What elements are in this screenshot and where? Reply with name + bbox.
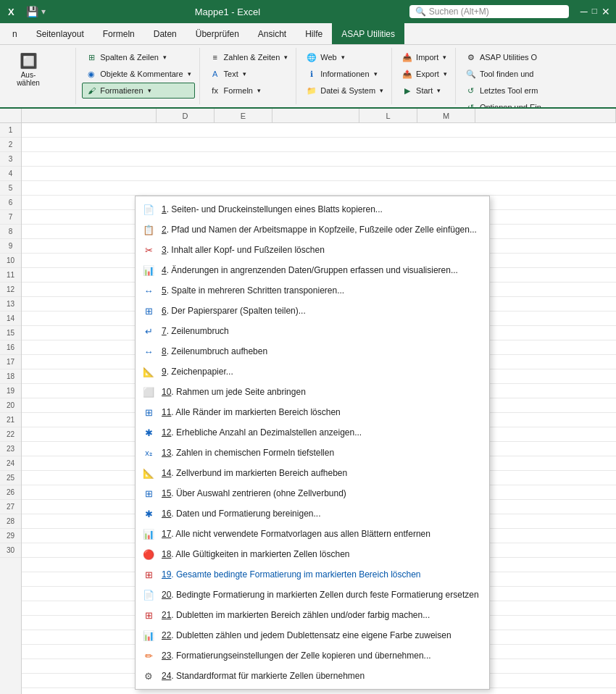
menu-item-18[interactable]: 🔴 18. Alle Gültigkeiten in markierten Ze… xyxy=(136,544,489,564)
tab-daten[interactable]: Daten xyxy=(144,22,186,44)
formeln-button[interactable]: fx Formeln ▾ xyxy=(206,83,292,99)
menu-item-19[interactable]: ⊞ 19. Gesamte bedingte Formatierung im m… xyxy=(136,564,489,585)
menu-text-20: 20. Bedingte Formatierung in markierten … xyxy=(162,590,483,600)
close-icon[interactable]: ✕ xyxy=(602,6,610,17)
menu-icon-20: 📄 xyxy=(141,588,156,602)
menu-item-15[interactable]: ⊞ 15. Über Auswahl zentrieren (ohne Zell… xyxy=(136,483,489,503)
col-header-mid xyxy=(272,109,359,122)
col-header-d: D xyxy=(157,109,215,122)
menu-item-14[interactable]: 📐 14. Zellverbund im markierten Bereich … xyxy=(136,463,489,483)
menu-item-13[interactable]: x₂ 13. Zahlen in chemischen Formeln tief… xyxy=(136,443,489,463)
zahlen-zeiten-button[interactable]: ≡ Zahlen & Zeiten ▾ xyxy=(206,49,292,65)
menu-item-23[interactable]: ✏ 23. Formatierungseinstellungen der Zel… xyxy=(136,645,489,666)
menu-item-8[interactable]: ↔ 8. Zeilenumbruch aufheben xyxy=(136,341,489,361)
menu-icon-1: 📄 xyxy=(141,202,156,217)
menu-item-24[interactable]: ⚙ 24. Standardformat für markierte Zelle… xyxy=(136,666,489,686)
col-header-left xyxy=(22,109,157,122)
menu-text-8: 8. Zeilenumbruch aufheben xyxy=(162,346,483,356)
menu-item-21[interactable]: ⊞ 21. Dubletten im markierten Bereich zä… xyxy=(136,605,489,625)
search-placeholder: Suchen (Alt+M) xyxy=(429,7,489,17)
informationen-button[interactable]: ℹ Informationen ▾ xyxy=(302,66,387,82)
spalten-zeilen-button[interactable]: ⊞ Spalten & Zeilen ▾ xyxy=(82,49,194,65)
minimize-icon[interactable]: ─ xyxy=(580,6,588,17)
ribbon-group-auswahlen: 🔲 Aus-wählen ⊞ Blätter ▾ ⊡ Bereich ▾ ⬇ A… xyxy=(4,48,76,104)
row-numbers: 1 2 3 4 5 6 7 8 9 10 11 12 13 14 15 16 1… xyxy=(0,123,22,694)
text-button[interactable]: A Text ▾ xyxy=(206,66,292,82)
objekte-icon: ◉ xyxy=(86,68,97,80)
col-header-e: E xyxy=(215,109,272,122)
menu-text-12: 12. Erhebliche Anzahl an Dezimalstellen … xyxy=(162,427,483,438)
optionen-button[interactable]: ↺ Optionen und Ein xyxy=(462,99,545,109)
menu-text-4: 4. Änderungen in angrenzenden Daten/Grup… xyxy=(162,265,483,275)
menu-icon-10: ⬜ xyxy=(141,385,156,399)
menu-item-3[interactable]: ✂ 3. Inhalt aller Kopf- und Fußzeilen lö… xyxy=(136,240,489,260)
web-button[interactable]: 🌐 Web ▾ xyxy=(302,49,387,65)
datei-icon: 📁 xyxy=(306,85,317,96)
col-header-l: L xyxy=(359,109,417,122)
datei-system-button[interactable]: 📁 Datei & System ▾ xyxy=(302,83,387,99)
menu-text-18: 18. Alle Gültigkeiten in markierten Zell… xyxy=(162,549,483,559)
menu-text-14: 14. Zellverbund im markierten Bereich au… xyxy=(162,468,483,478)
asap-icon: ⚙ xyxy=(465,51,477,63)
auswahlen-button[interactable]: 🔲 Aus-wählen xyxy=(9,49,48,90)
menu-item-17[interactable]: 📊 17. Alle nicht verwendete Formatvorlag… xyxy=(136,524,489,544)
ribbon-group-format: ⊞ Spalten & Zeilen ▾ ◉ Objekte & Komment… xyxy=(78,48,199,104)
tool-finden-button[interactable]: 🔍 Tool finden und xyxy=(462,66,545,82)
menu-icon-19: ⊞ xyxy=(141,567,156,582)
tab-asap[interactable]: ASAP Utilities xyxy=(332,22,404,44)
menu-item-5[interactable]: ↔ 5. Spalte in mehreren Schritten transp… xyxy=(136,280,489,301)
menu-text-2: 2. Pfad und Namen der Arbeitsmappe in Ko… xyxy=(162,225,483,235)
import-button[interactable]: 📥 Import ▾ xyxy=(398,49,451,65)
col-header-rest xyxy=(475,109,616,122)
svg-text:X: X xyxy=(8,7,14,17)
menu-icon-16: ✱ xyxy=(141,506,156,521)
ribbon-group-zahlen: ≡ Zahlen & Zeiten ▾ A Text ▾ fx Formeln … xyxy=(201,48,297,104)
menu-icon-5: ↔ xyxy=(141,283,156,298)
tab-seitenlayout[interactable]: Seitenlayout xyxy=(27,22,93,44)
column-headers: D E L M xyxy=(0,109,616,123)
menu-text-3: 3. Inhalt aller Kopf- und Fußzeilen lösc… xyxy=(162,245,483,255)
menu-icon-11: ⊞ xyxy=(141,405,156,419)
search-icon: 🔍 xyxy=(415,7,426,17)
search-box[interactable]: 🔍 Suchen (Alt+M) xyxy=(409,5,569,18)
menu-item-9[interactable]: 📐 9. Zeichenpapier... xyxy=(136,361,489,382)
dropdown-icon[interactable]: ▾ xyxy=(41,7,46,17)
text-icon: A xyxy=(209,68,221,80)
start-icon: ▶ xyxy=(401,85,413,96)
import-icon: 📥 xyxy=(401,51,413,63)
sheet-area: D E L M 1 2 3 4 5 6 7 8 9 10 11 12 13 14… xyxy=(0,109,616,694)
menu-item-2[interactable]: 📋 2. Pfad und Namen der Arbeitsmappe in … xyxy=(136,220,489,240)
menu-icon-21: ⊞ xyxy=(141,608,156,622)
save-icon[interactable]: 💾 xyxy=(26,6,38,17)
letztes-tool-icon: ↺ xyxy=(465,85,477,96)
menu-item-1[interactable]: 📄 1. Seiten- und Druckeinstellungen eine… xyxy=(136,199,489,220)
menu-item-10[interactable]: ⬜ 10. Rahmen um jede Seite anbringen xyxy=(136,382,489,402)
tab-ansicht[interactable]: Ansicht xyxy=(249,22,296,44)
start-button[interactable]: ▶ Start ▾ xyxy=(398,83,451,99)
corner-cell xyxy=(0,109,22,122)
menu-item-4[interactable]: 📊 4. Änderungen in angrenzenden Daten/Gr… xyxy=(136,260,489,280)
menu-item-6[interactable]: ⊞ 6. Der Papiersparer (Spalten teilen)..… xyxy=(136,301,489,321)
menu-item-11[interactable]: ⊞ 11. Alle Ränder im markierten Bereich … xyxy=(136,402,489,422)
objekte-button[interactable]: ◉ Objekte & Kommentare ▾ xyxy=(82,66,194,82)
tab-formeln[interactable]: Formeln xyxy=(93,22,144,44)
formatieren-button[interactable]: 🖌 Formatieren ▾ xyxy=(82,83,194,99)
menu-icon-9: 📐 xyxy=(141,364,156,379)
maximize-icon[interactable]: □ xyxy=(592,6,597,17)
menu-item-7[interactable]: ↵ 7. Zeilenumbruch xyxy=(136,321,489,341)
menu-text-5: 5. Spalte in mehreren Schritten transpon… xyxy=(162,285,483,296)
asap-utilities-button[interactable]: ⚙ ASAP Utilities O xyxy=(462,49,545,65)
tab-ueberpruefen[interactable]: Überprüfen xyxy=(186,22,249,44)
menu-text-24: 24. Standardformat für markierte Zellen … xyxy=(162,671,483,681)
tab-hilfe[interactable]: Hilfe xyxy=(296,22,332,44)
menu-item-20[interactable]: 📄 20. Bedingte Formatierung in markierte… xyxy=(136,585,489,605)
export-button[interactable]: 📤 Export ▾ xyxy=(398,66,451,82)
quick-access-toolbar: 💾 ▾ xyxy=(26,6,46,17)
tab-start[interactable]: n xyxy=(3,22,27,44)
menu-item-16[interactable]: ✱ 16. Daten und Formatierung bereinigen.… xyxy=(136,503,489,524)
menu-icon-17: 📊 xyxy=(141,527,156,541)
menu-item-22[interactable]: 📊 22. Dubletten zählen und jedem Dublett… xyxy=(136,625,489,645)
menu-item-12[interactable]: ✱ 12. Erhebliche Anzahl an Dezimalstelle… xyxy=(136,422,489,443)
letztes-tool-button[interactable]: ↺ Letztes Tool erm xyxy=(462,83,545,99)
menu-icon-12: ✱ xyxy=(141,425,156,440)
